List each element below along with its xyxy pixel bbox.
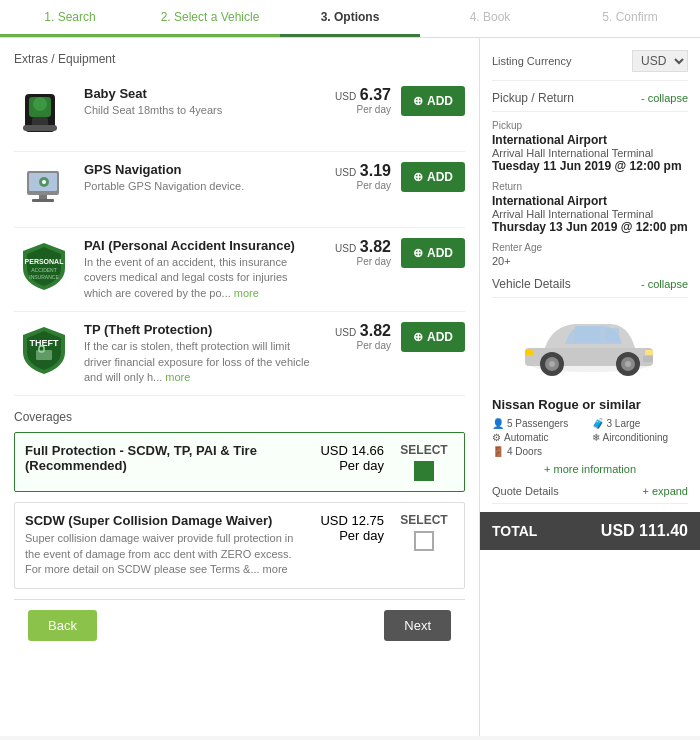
quote-details-label: Quote Details	[492, 485, 559, 497]
scdw-more-link[interactable]: more	[263, 563, 288, 575]
currency-dropdown[interactable]: USD EUR GBP	[632, 50, 688, 72]
renter-age-label: Renter Age	[492, 242, 688, 253]
pai-desc: In the event of an accident, this insura…	[84, 255, 311, 301]
pai-shield-icon: PERSONAL ACCIDENT INSURANCE	[17, 238, 72, 293]
pai-info: PAI (Personal Accident Insurance) In the…	[84, 238, 311, 301]
scdw-desc: Super collision damage waiver provide fu…	[25, 531, 304, 577]
plus-icon: ⊕	[413, 330, 423, 344]
left-panel: Extras / Equipment Baby Seat Child Seat …	[0, 38, 480, 736]
full-protection-info: Full Protection - SCDW, TP, PAI & Tire (…	[25, 443, 304, 476]
bottom-nav: Back Next	[14, 599, 465, 651]
full-protection-select-label[interactable]: SELECT	[400, 443, 447, 457]
svg-rect-20	[605, 328, 619, 342]
svg-text:INSURANCE: INSURANCE	[29, 274, 59, 280]
coverage-scdw: SCDW (Super Collision Damage Waiver) Sup…	[14, 502, 465, 588]
svg-rect-8	[32, 199, 54, 202]
tp-image: THEFT	[14, 322, 74, 377]
next-button[interactable]: Next	[384, 610, 451, 641]
vehicle-collapse-link[interactable]: - collapse	[641, 278, 688, 290]
feature-doors: 🚪 4 Doors	[492, 446, 589, 457]
feature-transmission: ⚙ Automatic	[492, 432, 589, 443]
wizard-step-vehicle[interactable]: 2. Select a Vehicle	[140, 0, 280, 37]
baby-seat-image	[14, 86, 74, 141]
baby-seat-desc: Child Seat 18mths to 4years	[84, 103, 311, 118]
baby-seat-price: USD 6.37 Per day	[321, 86, 391, 115]
pickup-terminal: Arrival Hall International Terminal	[492, 147, 688, 159]
total-value: USD 111.40	[601, 522, 688, 540]
plus-icon: ⊕	[413, 170, 423, 184]
listing-currency-label: Listing Currency	[492, 55, 571, 67]
tp-shield-icon: THEFT	[17, 322, 72, 377]
add-baby-seat-button[interactable]: ⊕ ADD	[401, 86, 465, 116]
full-protection-checkbox[interactable]	[414, 461, 434, 481]
scdw-title: SCDW (Super Collision Damage Waiver)	[25, 513, 304, 528]
pickup-date: Tuesday 11 Jun 2019 @ 12:00 pm	[492, 159, 688, 173]
return-location: International Airport	[492, 194, 688, 208]
svg-point-26	[625, 361, 631, 367]
gps-title: GPS Navigation	[84, 162, 311, 177]
tp-more-link[interactable]: more	[165, 371, 190, 383]
extra-baby-seat: Baby Seat Child Seat 18mths to 4years US…	[14, 76, 465, 152]
passengers-icon: 👤	[492, 418, 504, 429]
wizard-step-search[interactable]: 1. Search	[0, 0, 140, 37]
add-pai-button[interactable]: ⊕ ADD	[401, 238, 465, 268]
baby-seat-info: Baby Seat Child Seat 18mths to 4years	[84, 86, 311, 118]
tp-price: USD 3.82 Per day	[321, 322, 391, 351]
car-image	[510, 306, 670, 386]
scdw-select-label[interactable]: SELECT	[400, 513, 447, 527]
gps-price: USD 3.19 Per day	[321, 162, 391, 191]
right-panel: Listing Currency USD EUR GBP Pickup / Re…	[480, 38, 700, 736]
baby-seat-title: Baby Seat	[84, 86, 311, 101]
wizard-step-options[interactable]: 3. Options	[280, 0, 420, 37]
svg-rect-7	[39, 195, 47, 199]
total-label: TOTAL	[492, 523, 537, 539]
extras-section-label: Extras / Equipment	[14, 52, 465, 66]
car-features: 👤 5 Passengers 🧳 3 Large ⚙ Automatic ❄ A…	[492, 418, 688, 457]
pickup-return-header: Pickup / Return - collapse	[492, 91, 688, 112]
svg-rect-19	[575, 326, 600, 342]
tp-desc: If the car is stolen, theft protection w…	[84, 339, 311, 385]
ac-icon: ❄	[592, 432, 600, 443]
return-section-label: Return	[492, 181, 688, 192]
gps-icon	[17, 165, 72, 215]
svg-rect-28	[525, 350, 533, 355]
pai-image: PERSONAL ACCIDENT INSURANCE	[14, 238, 74, 293]
tp-title: TP (Theft Protection)	[84, 322, 311, 337]
add-gps-button[interactable]: ⊕ ADD	[401, 162, 465, 192]
car-image-container	[492, 306, 688, 389]
add-tp-button[interactable]: ⊕ ADD	[401, 322, 465, 352]
pai-price: USD 3.82 Per day	[321, 238, 391, 267]
plus-icon: ⊕	[413, 246, 423, 260]
return-terminal: Arrival Hall International Terminal	[492, 208, 688, 220]
renter-age-value: 20+	[492, 255, 688, 267]
pai-more-link[interactable]: more	[234, 287, 259, 299]
feature-luggage: 🧳 3 Large	[592, 418, 689, 429]
baby-seat-icon	[17, 89, 72, 139]
svg-rect-29	[643, 356, 653, 362]
pickup-collapse-link[interactable]: - collapse	[641, 92, 688, 104]
total-bar: TOTAL USD 111.40	[480, 512, 700, 550]
plus-icon: ⊕	[413, 94, 423, 108]
coverages-section-label: Coverages	[14, 410, 465, 424]
wizard-step-book[interactable]: 4. Book	[420, 0, 560, 37]
svg-rect-4	[23, 125, 57, 131]
pickup-section-label: Pickup	[492, 120, 688, 131]
luggage-icon: 🧳	[592, 418, 604, 429]
back-button[interactable]: Back	[28, 610, 97, 641]
extra-gps: GPS Navigation Portable GPS Navigation d…	[14, 152, 465, 228]
full-protection-title: Full Protection - SCDW, TP, PAI & Tire (…	[25, 443, 304, 473]
quote-details-row: Quote Details + expand	[492, 485, 688, 504]
vehicle-details-label: Vehicle Details	[492, 277, 571, 291]
scdw-select: SELECT	[394, 513, 454, 551]
wizard-step-confirm[interactable]: 5. Confirm	[560, 0, 700, 37]
listing-currency-row: Listing Currency USD EUR GBP	[492, 50, 688, 81]
more-info-link[interactable]: + more information	[492, 463, 688, 475]
feature-ac: ❄ Airconditioning	[592, 432, 689, 443]
quote-expand-link[interactable]: + expand	[642, 485, 688, 497]
tp-info: TP (Theft Protection) If the car is stol…	[84, 322, 311, 385]
svg-point-3	[33, 97, 47, 111]
svg-text:ACCIDENT: ACCIDENT	[31, 267, 57, 273]
extra-pai: PERSONAL ACCIDENT INSURANCE PAI (Persona…	[14, 228, 465, 312]
scdw-checkbox[interactable]	[414, 531, 434, 551]
svg-point-23	[549, 361, 555, 367]
